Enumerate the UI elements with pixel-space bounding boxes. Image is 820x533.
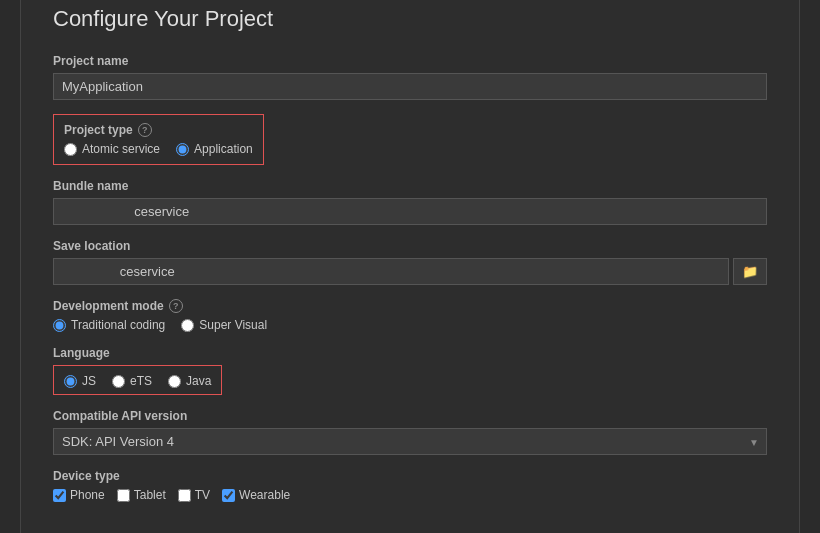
tv-option[interactable]: TV	[178, 488, 210, 502]
wearable-option[interactable]: Wearable	[222, 488, 290, 502]
device-type-checkbox-group: Phone Tablet TV Wearable	[53, 488, 767, 502]
browse-folder-button[interactable]: 📁	[733, 258, 767, 285]
bundle-name-group: Bundle name	[53, 179, 767, 225]
application-option[interactable]: Application	[176, 142, 253, 156]
api-version-select-wrapper: SDK: API Version 4 SDK: API Version 5 SD…	[53, 428, 767, 455]
project-name-input[interactable]	[53, 73, 767, 100]
development-mode-group: Development mode ? Traditional coding Su…	[53, 299, 767, 332]
project-type-group: Project type ? Atomic service Applicatio…	[53, 114, 767, 165]
language-group: Language JS eTS Java	[53, 346, 767, 395]
project-name-label: Project name	[53, 54, 767, 68]
super-visual-option[interactable]: Super Visual	[181, 318, 267, 332]
compatible-api-label: Compatible API version	[53, 409, 767, 423]
traditional-coding-option[interactable]: Traditional coding	[53, 318, 165, 332]
save-location-wrapper: 📁	[53, 258, 767, 285]
development-mode-label: Development mode ?	[53, 299, 767, 313]
api-version-select[interactable]: SDK: API Version 4 SDK: API Version 5 SD…	[53, 428, 767, 455]
project-type-label: Project type ?	[64, 123, 253, 137]
development-mode-radio-group: Traditional coding Super Visual	[53, 318, 767, 332]
device-type-label: Device type	[53, 469, 767, 483]
project-type-radio-group: Atomic service Application	[64, 142, 253, 156]
ets-option[interactable]: eTS	[112, 374, 152, 388]
folder-icon: 📁	[742, 264, 758, 279]
tablet-option[interactable]: Tablet	[117, 488, 166, 502]
phone-option[interactable]: Phone	[53, 488, 105, 502]
page-title: Configure Your Project	[53, 6, 767, 32]
compatible-api-version-group: Compatible API version SDK: API Version …	[53, 409, 767, 455]
form-content: Configure Your Project Project name Proj…	[21, 0, 799, 533]
project-name-group: Project name	[53, 54, 767, 100]
save-location-group: Save location 📁	[53, 239, 767, 285]
project-type-info-icon[interactable]: ?	[138, 123, 152, 137]
bundle-name-label: Bundle name	[53, 179, 767, 193]
language-radio-group: JS eTS Java	[64, 374, 211, 388]
language-box: JS eTS Java	[53, 365, 222, 395]
js-option[interactable]: JS	[64, 374, 96, 388]
device-type-group: Device type Phone Tablet TV Wearable	[53, 469, 767, 502]
atomic-service-option[interactable]: Atomic service	[64, 142, 160, 156]
bundle-name-input[interactable]	[53, 198, 767, 225]
save-location-input[interactable]	[53, 258, 729, 285]
create-project-dialog: Create Project × Configure Your Project …	[20, 0, 800, 533]
language-label: Language	[53, 346, 767, 360]
project-type-box: Project type ? Atomic service Applicatio…	[53, 114, 264, 165]
development-mode-info-icon[interactable]: ?	[169, 299, 183, 313]
java-option[interactable]: Java	[168, 374, 211, 388]
save-location-label: Save location	[53, 239, 767, 253]
